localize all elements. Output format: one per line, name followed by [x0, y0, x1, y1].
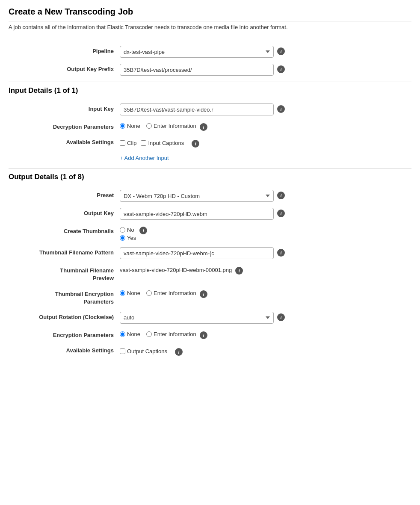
output-key-prefix-control: i [120, 64, 411, 76]
output-rotation-row: Output Rotation (Clockwise) auto i [9, 312, 411, 324]
preset-info-icon[interactable]: i [277, 192, 285, 199]
available-settings-output-control: Output Captions i [120, 345, 411, 356]
pipeline-select[interactable]: dx-test-vast-pipe [120, 46, 274, 58]
thumbnail-encryption-row: Thumbnail EncryptionParameters None Ente… [9, 289, 411, 306]
create-thumbnails-control: No Yes i [120, 226, 411, 241]
thumbnails-no-label: No [127, 227, 134, 233]
thumbnails-no-radio[interactable] [120, 227, 125, 233]
output-captions-label: Output Captions [127, 348, 167, 354]
thumb-enc-none-option[interactable]: None [120, 290, 140, 296]
create-thumbnails-label: Create Thumbnails [26, 226, 120, 235]
available-settings-output-row: Available Settings Output Captions i [9, 345, 411, 356]
clip-label: Clip [127, 140, 136, 146]
pipeline-info-icon[interactable]: i [277, 47, 285, 55]
preset-label: Preset [26, 190, 120, 199]
enc-none-radio[interactable] [120, 331, 125, 337]
output-key-control: i [120, 208, 411, 220]
preset-select[interactable]: DX - Webm 720p HD - Custom [120, 190, 274, 202]
encryption-params-control: None Enter Information i [120, 330, 411, 339]
decryption-none-label: None [127, 123, 140, 129]
thumb-enc-enter-radio[interactable] [146, 290, 152, 296]
thumbnail-pattern-control: i [120, 247, 411, 259]
thumbnail-encryption-info-icon[interactable]: i [200, 290, 207, 298]
input-key-info-icon[interactable]: i [277, 105, 285, 113]
thumbnail-preview-value: vast-sample-video-720pHD-webm-00001.png [120, 265, 232, 273]
output-captions-checkbox-item[interactable]: Output Captions [120, 348, 167, 354]
available-settings-output-checkboxes: Output Captions i [120, 345, 183, 356]
encryption-params-row: Encryption Parameters None Enter Informa… [9, 330, 411, 339]
output-rotation-label: Output Rotation (Clockwise) [26, 312, 120, 321]
thumb-enc-none-radio[interactable] [120, 290, 125, 296]
page-title: Create a New Transcoding Job [9, 7, 411, 21]
output-rotation-control: auto i [120, 312, 411, 324]
decryption-none-option[interactable]: None [120, 123, 140, 129]
decryption-params-control: None Enter Information i [120, 121, 411, 131]
output-key-row: Output Key i [9, 208, 411, 220]
input-section-title: Input Details (1 of 1) [9, 82, 411, 98]
decryption-params-label: Decryption Parameters [26, 121, 120, 131]
input-key-label: Input Key [26, 103, 120, 113]
add-another-input-button[interactable]: + Add Another Input [120, 154, 169, 161]
thumbnails-yes-option[interactable]: Yes [120, 235, 136, 241]
output-rotation-info-icon[interactable]: i [277, 313, 285, 321]
thumbnail-pattern-input[interactable] [120, 247, 274, 259]
add-another-input-row: + Add Another Input [9, 154, 411, 161]
output-key-prefix-input[interactable] [120, 64, 274, 76]
enc-enter-radio[interactable] [146, 331, 152, 337]
input-key-input[interactable] [120, 103, 274, 115]
thumbnail-pattern-info-icon[interactable]: i [277, 249, 285, 257]
output-key-prefix-info-icon[interactable]: i [277, 65, 285, 73]
output-section-title: Output Details (1 of 8) [9, 168, 411, 185]
available-settings-output-label: Available Settings [26, 345, 120, 354]
decryption-enter-radio[interactable] [146, 123, 152, 129]
available-settings-input-info-icon[interactable]: i [192, 140, 199, 148]
output-key-info-icon[interactable]: i [277, 210, 285, 217]
thumb-enc-enter-label: Enter Information [154, 290, 196, 296]
preset-row: Preset DX - Webm 720p HD - Custom i [9, 190, 411, 202]
clip-checkbox[interactable] [120, 140, 125, 146]
clip-checkbox-item[interactable]: Clip [120, 140, 136, 146]
pipeline-control: dx-test-vast-pipe i [120, 46, 411, 58]
input-captions-checkbox-item[interactable]: Input Captions [141, 140, 184, 146]
output-key-prefix-label: Output Key Prefix [26, 64, 120, 73]
preset-control: DX - Webm 720p HD - Custom i [120, 190, 411, 202]
thumbnail-preview-label: Thumbnail FilenamePreview [26, 265, 120, 282]
thumbnail-preview-control: vast-sample-video-720pHD-webm-00001.png … [120, 265, 411, 275]
thumbnails-yes-label: Yes [127, 235, 136, 241]
output-captions-checkbox[interactable] [120, 348, 125, 354]
create-thumbnails-row: Create Thumbnails No Yes i [9, 226, 411, 241]
thumbnail-preview-info-icon[interactable]: i [235, 267, 243, 275]
thumbnails-yes-radio[interactable] [120, 235, 125, 241]
input-captions-checkbox[interactable] [141, 140, 146, 146]
decryption-params-info-icon[interactable]: i [200, 123, 207, 131]
enc-none-option[interactable]: None [120, 331, 140, 337]
pipeline-row: Pipeline dx-test-vast-pipe i [9, 46, 411, 58]
thumb-enc-enter-option[interactable]: Enter Information [146, 290, 196, 296]
output-key-prefix-row: Output Key Prefix i [9, 64, 411, 76]
create-thumbnails-radio-group: No Yes [120, 226, 136, 241]
decryption-enter-option[interactable]: Enter Information [146, 123, 196, 129]
thumb-enc-none-label: None [127, 290, 140, 296]
output-key-input[interactable] [120, 208, 274, 220]
available-settings-input-label: Available Settings [26, 137, 120, 146]
create-thumbnails-info-icon[interactable]: i [139, 227, 147, 234]
enc-enter-option[interactable]: Enter Information [146, 331, 196, 337]
available-settings-input-control: Clip Input Captions i [120, 137, 411, 148]
input-captions-label: Input Captions [148, 140, 184, 146]
thumbnail-pattern-label: Thumbnail Filename Pattern [26, 247, 120, 257]
encryption-params-info-icon[interactable]: i [200, 331, 207, 339]
decryption-enter-label: Enter Information [154, 123, 196, 129]
output-key-label: Output Key [26, 208, 120, 217]
available-settings-input-checkboxes: Clip Input Captions i [120, 137, 199, 148]
encryption-params-label: Encryption Parameters [26, 330, 120, 339]
decryption-none-radio[interactable] [120, 123, 125, 129]
pipeline-label: Pipeline [26, 46, 120, 55]
thumbnails-no-option[interactable]: No [120, 227, 136, 233]
input-key-row: Input Key i [9, 103, 411, 115]
thumbnail-encryption-control: None Enter Information i [120, 289, 411, 298]
encryption-params-radio-group: None Enter Information [120, 330, 196, 337]
available-settings-output-info-icon[interactable]: i [175, 348, 183, 356]
output-rotation-select[interactable]: auto [120, 312, 274, 324]
thumbnail-encryption-radio-group: None Enter Information [120, 289, 196, 296]
available-settings-input-row: Available Settings Clip Input Captions i [9, 137, 411, 148]
